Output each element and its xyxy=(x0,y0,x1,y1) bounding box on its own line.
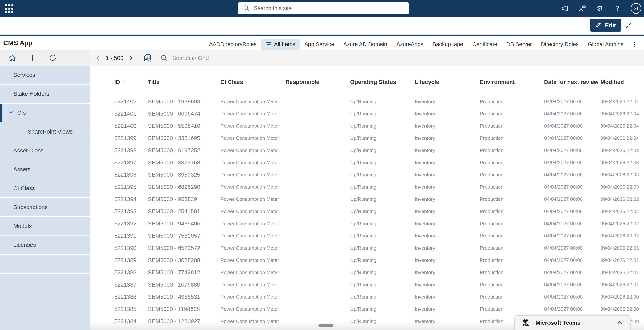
sidebar-item-stake-holders[interactable]: Stake Holders xyxy=(0,85,90,104)
cell-ci_class: Power Consumption Meter xyxy=(220,233,286,239)
table-row[interactable]: 5221385SEM5000 - 1198608Power Consumptio… xyxy=(90,303,644,315)
sidebar-item-asset-class[interactable]: Asset Class xyxy=(0,141,90,160)
home-icon[interactable] xyxy=(8,54,17,62)
cell-environment: Production xyxy=(480,147,544,153)
collapse-icon[interactable] xyxy=(624,21,633,30)
refresh-icon[interactable] xyxy=(48,54,57,62)
report-search-icon[interactable] xyxy=(143,54,152,62)
cell-ci_class: Power Consumption Meter xyxy=(220,294,286,300)
column-header-modified[interactable]: Modified xyxy=(600,79,644,85)
tab-app-service[interactable]: App Service xyxy=(300,39,339,50)
settings-gear-icon[interactable]: ⚙ xyxy=(596,4,604,13)
sidebar-item-assets[interactable]: Assets xyxy=(0,160,90,179)
grid-search-input[interactable]: Search in Grid xyxy=(172,55,209,61)
sidebar-item-licenses[interactable]: Licenses xyxy=(0,236,90,255)
cell-lifecycle: Inventory xyxy=(415,160,480,166)
help-icon[interactable]: ? xyxy=(613,4,622,13)
tab-azure-ad-domain[interactable]: Azure AD Domain xyxy=(339,39,392,50)
cell-operating_status: Up/Running xyxy=(350,99,415,104)
table-row[interactable]: 5221392SEM5000 - 9439406Power Consumptio… xyxy=(90,218,644,230)
table-row[interactable]: 5221399SEM5000 - 3381695Power Consumptio… xyxy=(90,132,644,144)
tabs-overflow-icon[interactable]: ⋮ xyxy=(628,39,641,50)
account-avatar[interactable]: 3I xyxy=(631,3,641,14)
site-search-input[interactable]: Search this site xyxy=(238,3,409,14)
tab-label: App Service xyxy=(304,41,334,48)
table-row[interactable]: 5221396SEM5000 - 3959325Power Consumptio… xyxy=(90,169,644,181)
sidebar-item-models[interactable]: Models xyxy=(0,217,90,236)
cell-lifecycle: Inventory xyxy=(415,111,480,117)
cell-next_review: 04/04/2027 00:00 xyxy=(544,257,600,263)
column-header-ci_class[interactable]: CI Class xyxy=(220,79,286,85)
column-header-operating_status[interactable]: Operating Status xyxy=(350,79,415,85)
tab-aaddirectoryroles[interactable]: AADDirectoryRoles xyxy=(204,39,261,50)
tab-label: Certificate xyxy=(472,41,497,48)
table-row[interactable]: 5221390SEM5000 - 6520572Power Consumptio… xyxy=(90,242,644,254)
cell-id: 5221392 xyxy=(114,220,148,227)
table-row[interactable]: 5221395SEM5000 - 6896290Power Consumptio… xyxy=(90,181,644,193)
column-header-next_review[interactable]: Date for next review xyxy=(544,79,600,85)
cell-modified: 09/04/2026 22:03 xyxy=(600,184,644,190)
column-header-environment[interactable]: Environment xyxy=(480,79,544,85)
page-title: CMS App xyxy=(3,39,32,47)
tab-all-items[interactable]: All Items xyxy=(261,39,300,50)
teams-chat-widget[interactable]: ⚙ Microsoft Teams xyxy=(514,315,631,330)
sidebar-item-services[interactable]: Services xyxy=(0,66,90,85)
sidebar-item-sharepoint-views[interactable]: SharePoint Views xyxy=(0,122,90,141)
cell-lifecycle: Inventory xyxy=(415,99,480,104)
tab-azureapps[interactable]: AzureApps xyxy=(392,39,428,50)
table-row[interactable]: 5221398SEM5000 - 6197252Power Consumptio… xyxy=(90,144,644,156)
cell-environment: Production xyxy=(480,282,544,288)
cell-next_review: 04/04/2027 00:00 xyxy=(544,123,600,129)
tab-label: All Items xyxy=(274,41,295,48)
table-row[interactable]: 5221397SEM5000 - 8873768Power Consumptio… xyxy=(90,156,644,169)
table-row[interactable]: 5221402SEM5000 - 1939693Power Consumptio… xyxy=(90,95,644,108)
tab-certificate[interactable]: Certificate xyxy=(468,39,502,50)
table-row[interactable]: 5221401SEM5000 - 6666474Power Consumptio… xyxy=(90,108,644,120)
cell-environment: Production xyxy=(480,135,544,141)
chevron-up-icon[interactable] xyxy=(616,319,624,327)
tab-label: Backup tape xyxy=(432,41,463,48)
cell-next_review: 04/04/2027 00:00 xyxy=(544,269,600,275)
table-row[interactable]: 5221386SEM5000 - 4966531Power Consumptio… xyxy=(90,291,644,303)
tab-backup-tape[interactable]: Backup tape xyxy=(428,39,468,50)
cell-modified: 09/04/2026 22:01 xyxy=(600,257,644,263)
horizontal-scrollbar-thumb[interactable] xyxy=(318,324,333,327)
tab-label: DB Server xyxy=(506,41,532,48)
cell-title: SEM5000 - 3959325 xyxy=(148,172,220,178)
column-header-responsible[interactable]: Responsible xyxy=(286,79,350,85)
table-row[interactable]: 5221387SEM5000 - 1079880Power Consumptio… xyxy=(90,278,644,291)
table-row[interactable]: 5221391SEM5000 - 7531057Power Consumptio… xyxy=(90,230,644,242)
cell-operating_status: Up/Running xyxy=(350,184,415,190)
table-row[interactable]: 5221388SEM5000 - 7742812Power Consumptio… xyxy=(90,266,644,278)
tab-db-server[interactable]: DB Server xyxy=(502,39,536,50)
table-row[interactable]: 5221400SEM5000 - 5598410Power Consumptio… xyxy=(90,120,644,132)
add-icon[interactable] xyxy=(28,54,37,62)
cell-id: 5221400 xyxy=(114,123,148,129)
cell-title: SEM5000 - 6197252 xyxy=(148,147,220,153)
table-row[interactable]: 5221389SEM5000 - 3088208Power Consumptio… xyxy=(90,254,644,266)
sidebar-item-subscriptions[interactable]: Subscriptions xyxy=(0,198,90,217)
megaphone-icon[interactable] xyxy=(560,4,569,13)
prev-page-icon[interactable] xyxy=(94,54,103,62)
next-page-icon[interactable] xyxy=(126,54,135,62)
table-row[interactable]: 5221393SEM5000 - 2541581Power Consumptio… xyxy=(90,205,644,218)
sidebar-item-cis[interactable]: CIs xyxy=(0,104,90,122)
search-icon[interactable] xyxy=(160,54,168,62)
cell-title: SEM5000 - 3088208 xyxy=(148,257,220,263)
person-feedback-icon[interactable] xyxy=(578,4,586,13)
app-launcher-icon[interactable] xyxy=(5,5,13,13)
cell-environment: Production xyxy=(480,221,544,227)
items-grid: ID↑TitleCI ClassResponsibleOperating Sta… xyxy=(90,66,644,330)
tab-global-admins[interactable]: Global Admins xyxy=(583,39,628,50)
sidebar-item-ci-class[interactable]: CI Class xyxy=(0,179,90,198)
tab-directory-roles[interactable]: Directory Roles xyxy=(536,39,583,50)
suite-icon-group: ⚙ ? 3I xyxy=(560,0,641,17)
column-header-id[interactable]: ID↑ xyxy=(114,79,148,85)
cell-operating_status: Up/Running xyxy=(350,233,415,239)
edit-button[interactable]: Edit xyxy=(590,19,621,32)
table-row[interactable]: 5221394SEM5000 - 953839Power Consumption… xyxy=(90,193,644,205)
cell-lifecycle: Inventory xyxy=(415,135,480,141)
column-header-title[interactable]: Title xyxy=(148,79,220,85)
cell-operating_status: Up/Running xyxy=(350,160,415,166)
column-header-lifecycle[interactable]: Lifecycle xyxy=(415,79,480,85)
